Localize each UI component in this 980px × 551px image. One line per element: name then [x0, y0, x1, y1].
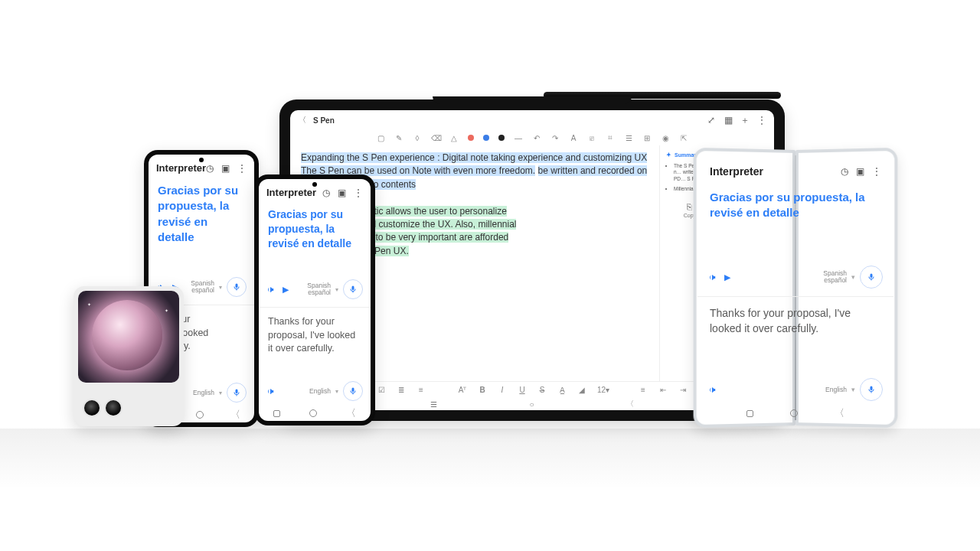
- more-icon[interactable]: ⋮: [872, 166, 881, 177]
- front-camera: [312, 182, 317, 187]
- tool-b-icon[interactable]: ⎚: [587, 134, 596, 142]
- more-icon[interactable]: ⋮: [757, 115, 766, 126]
- original-text: Thanks for your proposal, I've looked it…: [259, 311, 371, 360]
- fmt-italic-icon[interactable]: I: [498, 386, 507, 394]
- front-camera: [199, 158, 204, 162]
- nav-home-icon[interactable]: [309, 409, 317, 417]
- more-icon[interactable]: ⋮: [237, 163, 247, 174]
- play-icon[interactable]: ▶: [724, 272, 730, 282]
- tool-pen-icon[interactable]: ✎: [394, 134, 403, 142]
- target-language-label[interactable]: English: [309, 388, 331, 395]
- fmt-align-left-icon[interactable]: ≡: [639, 386, 648, 394]
- redo-icon[interactable]: ↷: [550, 134, 560, 142]
- fmt-numbers-icon[interactable]: ≡: [416, 386, 426, 394]
- target-language-label[interactable]: English: [193, 390, 214, 396]
- fmt-bullets-icon[interactable]: ≣: [397, 386, 406, 394]
- fmt-bold-icon[interactable]: B: [478, 386, 487, 394]
- source-language-label[interactable]: Spanish español: [307, 282, 331, 296]
- translated-text: Gracias por su propuesta, la revisé en d…: [259, 203, 371, 259]
- speaker-icon[interactable]: 🕩: [266, 285, 275, 294]
- fmt-strike-icon[interactable]: S: [537, 386, 547, 394]
- speaker-icon[interactable]: 🕩: [708, 272, 717, 282]
- wallpaper-sphere: [92, 300, 162, 370]
- mic-button[interactable]: [860, 378, 883, 401]
- notes-pen-toolbar: ▢ ✎ ◊ ⌫ △ — ↶ ↷ A ⎚ ⌗ ☰ ⊞ ◉ ⇱: [290, 130, 774, 145]
- mic-button[interactable]: [860, 266, 883, 289]
- play-icon[interactable]: ▶: [283, 285, 289, 295]
- chevron-down-icon[interactable]: ▾: [219, 390, 222, 396]
- flip-cover-screen[interactable]: [78, 291, 179, 383]
- tool-highlighter-icon[interactable]: ◊: [413, 134, 422, 142]
- history-icon[interactable]: ◷: [841, 166, 848, 177]
- mic-button[interactable]: [227, 277, 247, 297]
- pip-icon[interactable]: ▣: [221, 163, 230, 174]
- nav-back-icon[interactable]: 〈: [346, 406, 356, 420]
- app-title: Interpreter: [156, 162, 206, 174]
- tool-a-icon[interactable]: A: [569, 134, 578, 142]
- source-language-label[interactable]: Spanish español: [823, 270, 847, 284]
- original-text: Thanks for your proposal, I've looked it…: [697, 300, 893, 342]
- fmt-indent-in-icon[interactable]: ⇥: [678, 386, 688, 394]
- fmt-indent-out-icon[interactable]: ⇤: [658, 386, 668, 394]
- chevron-down-icon[interactable]: ▾: [335, 388, 338, 395]
- camera-lens: [106, 400, 121, 416]
- nav-back-icon[interactable]: 〈: [835, 406, 844, 420]
- nav-home-icon[interactable]: ○: [529, 400, 534, 409]
- color-swatch-black[interactable]: [498, 135, 505, 141]
- chevron-down-icon[interactable]: ▾: [219, 284, 222, 291]
- nav-home-icon[interactable]: [790, 409, 798, 417]
- mic-button[interactable]: [227, 383, 247, 403]
- tool-g-icon[interactable]: ⇱: [679, 134, 688, 142]
- tool-shape-icon[interactable]: △: [449, 134, 459, 142]
- history-icon[interactable]: ◷: [322, 187, 330, 198]
- color-swatch-red[interactable]: [468, 135, 474, 141]
- app-title: Interpreter: [710, 165, 763, 178]
- tool-e-icon[interactable]: ⊞: [642, 134, 652, 142]
- tool-d-icon[interactable]: ☰: [624, 134, 633, 142]
- back-icon[interactable]: 〈: [298, 115, 307, 126]
- nav-recents-icon[interactable]: [746, 410, 753, 417]
- fmt-checklist-icon[interactable]: ☑: [377, 386, 386, 394]
- mic-button[interactable]: [343, 279, 363, 299]
- tool-f-icon[interactable]: ◉: [661, 134, 670, 142]
- nav-recents-icon[interactable]: ☰: [430, 400, 437, 409]
- tool-text-icon[interactable]: ▢: [376, 134, 385, 142]
- speaker-icon[interactable]: 🕩: [708, 385, 717, 394]
- add-icon[interactable]: ＋: [740, 114, 750, 127]
- expand-icon[interactable]: ⤢: [707, 115, 716, 126]
- source-language-label[interactable]: Spanish español: [191, 280, 214, 294]
- fmt-color-icon[interactable]: A̲: [557, 386, 567, 394]
- tool-eraser-icon[interactable]: ⌫: [431, 134, 440, 142]
- fold-screen: Interpreter ◷ ▣ ⋮ Gracias por su propues…: [697, 155, 893, 421]
- fold-device: Interpreter ◷ ▣ ⋮ Gracias por su propues…: [693, 150, 898, 425]
- pip-icon[interactable]: ▣: [856, 166, 864, 177]
- tool-c-icon[interactable]: ⌗: [606, 133, 615, 142]
- chevron-down-icon[interactable]: ▾: [335, 286, 338, 293]
- fmt-highlight-icon[interactable]: ◢: [577, 386, 586, 394]
- flip-phone: [74, 286, 184, 426]
- mic-button[interactable]: [343, 381, 363, 401]
- fmt-underline-icon[interactable]: U: [518, 386, 527, 394]
- notes-title: S Pen: [313, 116, 335, 125]
- phone-small-screen: Interpreter ◷ ▣ ⋮ Gracias por su propues…: [259, 179, 371, 421]
- tablet-notch: [433, 96, 632, 104]
- fmt-size-icon[interactable]: 12▾: [597, 386, 606, 394]
- chevron-down-icon[interactable]: ▾: [851, 386, 855, 393]
- nav-back-icon[interactable]: 〈: [626, 399, 634, 409]
- color-swatch-blue[interactable]: [483, 135, 489, 141]
- floor-reflection: [0, 429, 980, 490]
- chevron-down-icon[interactable]: ▾: [851, 273, 855, 281]
- tool-line-icon[interactable]: —: [514, 134, 523, 142]
- pip-icon[interactable]: ▣: [338, 187, 346, 198]
- more-icon[interactable]: ⋮: [354, 187, 363, 198]
- nav-home-icon[interactable]: [196, 411, 204, 419]
- nav-back-icon[interactable]: 〈: [230, 408, 240, 422]
- nav-recents-icon[interactable]: [273, 410, 280, 417]
- fmt-font-icon[interactable]: Aᵀ: [458, 386, 467, 394]
- target-language-label[interactable]: English: [825, 386, 847, 393]
- history-icon[interactable]: ◷: [206, 163, 214, 174]
- speaker-icon[interactable]: 🕩: [266, 386, 275, 396]
- reader-icon[interactable]: ▦: [724, 115, 733, 126]
- notes-header: 〈 S Pen ⤢ ▦ ＋ ⋮: [290, 110, 774, 130]
- undo-icon[interactable]: ↶: [532, 134, 541, 142]
